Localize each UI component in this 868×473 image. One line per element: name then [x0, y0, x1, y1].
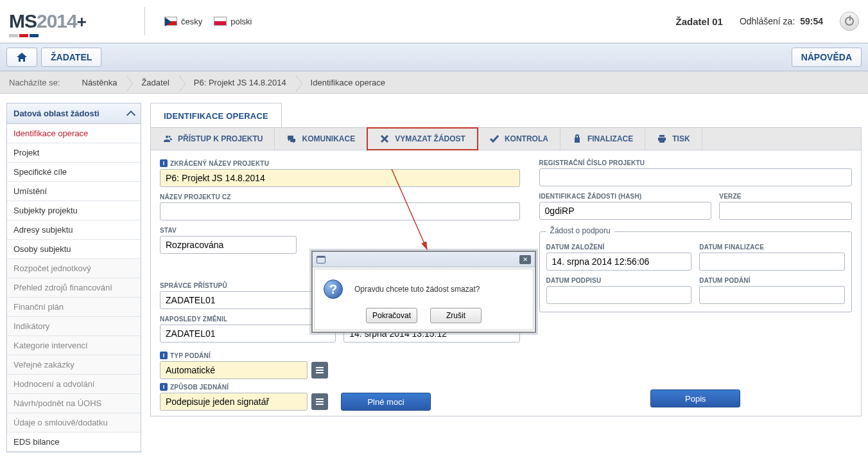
sidebar-item-12[interactable]: Veřejné zakázky — [7, 355, 141, 375]
desc-button[interactable]: Popis — [650, 389, 740, 407]
crumb-3[interactable]: Identifikace operace — [297, 75, 395, 90]
crumb-1[interactable]: Žadatel — [127, 75, 179, 90]
support-request-fieldset: Žádost o podporu DATUM ZALOŽENÍ DATUM FI… — [539, 231, 852, 312]
sub-type-picker[interactable] — [311, 362, 328, 379]
required-icon: i — [160, 159, 168, 167]
sub-type-input[interactable] — [160, 361, 308, 379]
crumb-2[interactable]: P6: Projekt JS 14.8.2014 — [180, 75, 297, 90]
sidebar-item-0[interactable]: Identifikace operace — [7, 124, 141, 143]
sidebar-item-9[interactable]: Finanční plán — [7, 298, 141, 317]
fieldset-legend: Žádost o podporu — [546, 226, 614, 235]
list-icon — [316, 401, 324, 402]
d-submit-input — [699, 286, 845, 304]
sidebar-item-4[interactable]: Subjekty projektu — [7, 201, 141, 220]
sign-mode-label: iZPŮSOB JEDNÁNÍ — [160, 383, 328, 391]
sidebar-item-1[interactable]: Projekt — [7, 143, 141, 163]
logout-label: Odhlášení za: — [740, 16, 795, 26]
logo-text-plus: + — [77, 12, 87, 32]
logout-button[interactable] — [840, 12, 859, 31]
access-button[interactable]: PŘÍSTUP K PROJEKTU — [151, 128, 275, 150]
breadcrumb-label: Nacházíte se: — [9, 78, 60, 87]
ver-input — [719, 202, 852, 220]
name-cz-label: NÁZEV PROJEKTU CZ — [160, 193, 520, 201]
divider — [144, 7, 145, 35]
crumb-0[interactable]: Nástěnka — [68, 75, 128, 90]
breadcrumb: Nacházíte se: Nástěnka Žadatel P6: Proje… — [0, 71, 868, 94]
sidebar-item-16[interactable]: EDS bilance — [7, 433, 141, 452]
short-name-input[interactable] — [160, 169, 520, 187]
sidebar-item-11[interactable]: Kategorie intervencí — [7, 336, 141, 355]
logout-time: 59:54 — [800, 16, 823, 26]
logo: MS 2014 + — [9, 10, 144, 32]
sidebar-title: Datová oblast žádosti — [13, 109, 100, 118]
required-icon: i — [160, 383, 168, 391]
d-sign-label: DATUM PODPISU — [546, 277, 692, 284]
header-right: Žadatel 01 Odhlášení za: 59:54 — [676, 12, 859, 31]
applicant-button[interactable]: ŽADATEL — [41, 48, 101, 67]
print-button[interactable]: TISK — [645, 128, 702, 150]
hash-label: IDENTIFIKACE ŽÁDOSTI (HASH) — [539, 193, 712, 200]
power-icon — [845, 17, 854, 26]
dialog-message: Opravdu chcete tuto žádost smazat? — [354, 285, 480, 294]
d-final-input — [699, 253, 845, 271]
sidebar-toggle[interactable]: Datová oblast žádosti — [7, 103, 141, 124]
reg-no-label: REGISTRAČNÍ ČÍSLO PROJEKTU — [539, 159, 852, 166]
sub-type-label: iTYP PODÁNÍ — [160, 352, 328, 359]
d-created-label: DATUM ZALOŽENÍ — [546, 244, 692, 251]
delete-request-button[interactable]: VYMAZAT ŽÁDOST — [367, 127, 478, 150]
dialog-continue-button[interactable]: Pokračovat — [366, 308, 417, 323]
poa-button[interactable]: Plné moci — [341, 393, 431, 411]
dialog-cancel-button[interactable]: Zrušit — [430, 308, 482, 323]
dialog-titlebar[interactable]: ✕ — [313, 252, 535, 267]
tab-title: IDENTIFIKACE OPERACE — [151, 103, 281, 127]
sidebar-item-15[interactable]: Údaje o smlouvě/dodatku — [7, 413, 141, 433]
sidebar-item-14[interactable]: Návrh/podnět na ÚOHS — [7, 394, 141, 413]
dialog-close-button[interactable]: ✕ — [519, 255, 531, 264]
lastmod-by-label: NAPOSLEDY ZMĚNIL — [160, 316, 336, 323]
top-header: MS 2014 + česky polski Žadatel 01 Odhláš… — [0, 0, 868, 43]
finalize-label: FINALIZACE — [587, 134, 633, 143]
chevron-up-icon — [126, 110, 135, 119]
d-sign-input — [546, 286, 692, 304]
people-icon — [162, 134, 173, 144]
print-icon — [657, 134, 667, 144]
delete-label: VYMAZAT ŽÁDOST — [395, 134, 465, 143]
sign-mode-input[interactable] — [160, 393, 308, 411]
lang-polish[interactable]: polski — [214, 17, 252, 26]
communication-button[interactable]: KOMUNIKACE — [275, 128, 367, 150]
window-icon — [317, 256, 326, 263]
flag-pl-icon — [214, 17, 227, 26]
chat-icon — [286, 134, 297, 144]
short-name-label: iZKRÁCENÝ NÁZEV PROJEKTU — [160, 159, 520, 167]
sidebar-item-7[interactable]: Rozpočet jednotkový — [7, 259, 141, 278]
sidebar-item-6[interactable]: Osoby subjektu — [7, 240, 141, 259]
name-cz-input[interactable] — [160, 202, 520, 220]
lock-icon — [572, 134, 582, 144]
check-label: KONTROLA — [505, 134, 548, 143]
check-button[interactable]: KONTROLA — [478, 128, 560, 150]
sidebar-item-3[interactable]: Umístění — [7, 182, 141, 201]
state-label: STAV — [160, 227, 297, 234]
state-input — [160, 236, 297, 254]
sidebar-item-10[interactable]: Indikátory — [7, 317, 141, 336]
sidebar-item-13[interactable]: Hodnocení a odvolání — [7, 375, 141, 394]
print-label: TISK — [672, 134, 690, 143]
sidebar-item-8[interactable]: Přehled zdrojů financování — [7, 278, 141, 298]
d-created-input — [546, 253, 692, 271]
home-button[interactable] — [6, 48, 37, 67]
comm-label: KOMUNIKACE — [302, 134, 355, 143]
sign-mode-picker[interactable] — [311, 393, 328, 410]
hash-input — [539, 202, 712, 220]
flag-cz-icon — [164, 17, 177, 26]
lang-label: česky — [181, 17, 202, 26]
question-icon: ? — [324, 280, 343, 299]
lang-czech[interactable]: česky — [164, 17, 202, 26]
sidebar-item-5[interactable]: Adresy subjektu — [7, 220, 141, 240]
ver-label: VERZE — [719, 193, 852, 200]
logout-timer: Odhlášení za: 59:54 — [740, 16, 823, 26]
finalize-button[interactable]: FINALIZACE — [560, 128, 645, 150]
sidebar-item-2[interactable]: Specifické cíle — [7, 163, 141, 182]
help-button[interactable]: NÁPOVĚDA — [792, 48, 862, 67]
confirm-dialog: ✕ ? Opravdu chcete tuto žádost smazat? P… — [311, 251, 536, 333]
tab-caption: IDENTIFIKACE OPERACE — [150, 103, 282, 127]
